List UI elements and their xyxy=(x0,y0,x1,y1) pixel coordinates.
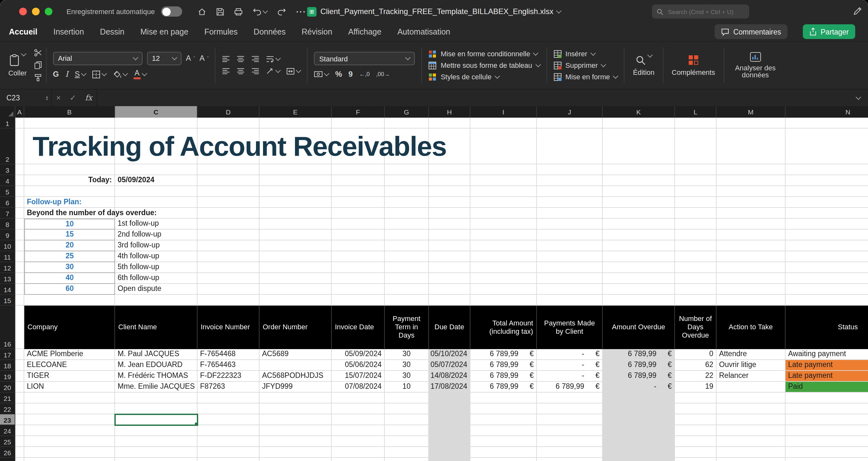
share-button[interactable]: Partager xyxy=(803,24,855,39)
comments-button[interactable]: Commentaires xyxy=(715,24,787,39)
addins-button[interactable]: Compléments xyxy=(667,54,720,76)
cell-F24[interactable] xyxy=(332,425,385,436)
cell-G6[interactable] xyxy=(385,197,429,208)
cell-F7[interactable] xyxy=(332,208,385,219)
cell-F17[interactable]: 05/09/2024 xyxy=(332,349,385,360)
cell-F18[interactable]: 05/06/2024 xyxy=(332,360,385,371)
cell-D13[interactable] xyxy=(197,273,259,284)
cell-K26[interactable] xyxy=(603,447,675,458)
cell-D3[interactable] xyxy=(197,164,259,175)
cell-A25[interactable] xyxy=(16,436,24,447)
cell-N13[interactable] xyxy=(785,273,868,284)
cell-D21[interactable] xyxy=(197,393,259,403)
row-header-26[interactable]: 26 xyxy=(0,447,16,458)
cell-C25[interactable] xyxy=(115,436,197,447)
tab-mise-en-page[interactable]: Mise en page xyxy=(140,28,188,36)
cell-K3[interactable] xyxy=(603,164,675,175)
cell-F8[interactable] xyxy=(332,219,385,229)
cell-E24[interactable] xyxy=(259,425,332,436)
cell-F14[interactable] xyxy=(332,284,385,295)
cell-I26[interactable] xyxy=(470,447,537,458)
row-header-21[interactable]: 21 xyxy=(0,393,16,403)
cell-L26[interactable] xyxy=(675,447,716,458)
cell-J24[interactable] xyxy=(537,425,603,436)
cell-G27[interactable] xyxy=(385,458,429,461)
cell-L4[interactable] xyxy=(675,175,716,186)
cell-E10[interactable] xyxy=(259,240,332,251)
cell-K17[interactable]: 6 789,99€ xyxy=(603,349,675,360)
cell-G5[interactable] xyxy=(385,186,429,197)
cell-M19[interactable]: Relancer xyxy=(716,371,785,382)
row-header-7[interactable]: 7 xyxy=(0,208,16,219)
cell-B11[interactable]: 25 xyxy=(24,251,115,262)
column-header-H[interactable]: H xyxy=(429,106,470,118)
cell-K6[interactable] xyxy=(603,197,675,208)
cell-B24[interactable] xyxy=(24,425,115,436)
cell-G18[interactable]: 30 xyxy=(385,360,429,371)
cell-A14[interactable] xyxy=(16,284,24,295)
cell-D15[interactable] xyxy=(197,295,259,306)
row-header-2[interactable]: 2 xyxy=(0,128,16,164)
cell-C5[interactable] xyxy=(115,186,197,197)
cell-I13[interactable] xyxy=(470,273,537,284)
borders-button[interactable] xyxy=(92,70,106,78)
cell-D5[interactable] xyxy=(197,186,259,197)
cell-E14[interactable] xyxy=(259,284,332,295)
cell-K2[interactable] xyxy=(603,128,675,164)
status-badge-cell-N19[interactable]: Late payment xyxy=(785,371,868,382)
cell-J17[interactable]: -€ xyxy=(537,349,603,360)
cell-N21[interactable] xyxy=(785,393,868,403)
column-header-K[interactable]: K xyxy=(603,106,675,118)
cell-E21[interactable] xyxy=(259,393,332,403)
cell-G13[interactable] xyxy=(385,273,429,284)
cell-C13[interactable]: 6th follow-up xyxy=(115,273,197,284)
cell-A10[interactable] xyxy=(16,240,24,251)
cell-I27[interactable] xyxy=(470,458,537,461)
cell-D12[interactable] xyxy=(197,262,259,273)
status-badge-cell-N20[interactable]: Paid xyxy=(785,382,868,393)
cell-H14[interactable] xyxy=(429,284,470,295)
cell-L11[interactable] xyxy=(675,251,716,262)
cell-K13[interactable] xyxy=(603,273,675,284)
cell-D22[interactable] xyxy=(197,403,259,414)
merge-center-button[interactable] xyxy=(287,67,301,74)
cell-L27[interactable] xyxy=(675,458,716,461)
orientation-button[interactable] xyxy=(266,67,280,75)
cell-G16[interactable]: Payment Term in Days xyxy=(385,306,429,349)
cell-B23[interactable] xyxy=(24,414,115,425)
cell-K27[interactable] xyxy=(603,458,675,461)
align-left-icon[interactable] xyxy=(222,67,230,74)
cell-B17[interactable]: ACME Plomberie xyxy=(24,349,115,360)
cell-K7[interactable] xyxy=(603,208,675,219)
delete-cells-button[interactable]: Supprimer xyxy=(553,61,617,69)
cell-M20[interactable] xyxy=(716,382,785,393)
cell-H21[interactable] xyxy=(429,393,470,403)
cell-K5[interactable] xyxy=(603,186,675,197)
cell-I10[interactable] xyxy=(470,240,537,251)
cell-L19[interactable]: 22 xyxy=(675,371,716,382)
column-header-J[interactable]: J xyxy=(537,106,603,118)
copy-button[interactable] xyxy=(34,61,42,70)
tab-accueil[interactable]: Accueil xyxy=(9,28,37,36)
tab-revision[interactable]: Révision xyxy=(302,28,332,36)
cell-L24[interactable] xyxy=(675,425,716,436)
cell-N25[interactable] xyxy=(785,436,868,447)
cell-E8[interactable] xyxy=(259,219,332,229)
cell-H3[interactable] xyxy=(429,164,470,175)
cell-I24[interactable] xyxy=(470,425,537,436)
cell-M8[interactable] xyxy=(716,219,785,229)
cell-B13[interactable]: 40 xyxy=(24,273,115,284)
cell-G26[interactable] xyxy=(385,447,429,458)
cell-A16[interactable] xyxy=(16,306,24,349)
formula-input[interactable] xyxy=(97,93,857,102)
cell-E15[interactable] xyxy=(259,295,332,306)
cell-F15[interactable] xyxy=(332,295,385,306)
cell-I6[interactable] xyxy=(470,197,537,208)
cell-B25[interactable] xyxy=(24,436,115,447)
decrease-font-button[interactable]: Aˇ xyxy=(199,54,209,63)
cell-M24[interactable] xyxy=(716,425,785,436)
increase-font-button[interactable]: Aˆ xyxy=(186,54,195,63)
cell-H13[interactable] xyxy=(429,273,470,284)
cell-M22[interactable] xyxy=(716,403,785,414)
row-header-16[interactable]: 16 xyxy=(0,306,16,349)
